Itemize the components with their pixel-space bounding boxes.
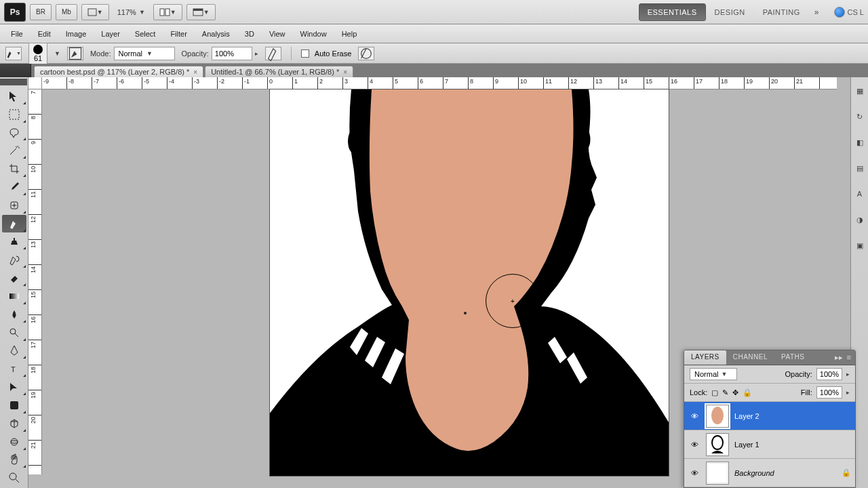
layer-thumbnail[interactable]	[706, 462, 729, 485]
tab-well-handle[interactable]	[0, 64, 31, 77]
layer-row[interactable]: 👁 Layer 1	[684, 430, 855, 459]
chevron-right-icon[interactable]: ▸	[846, 371, 850, 378]
layer-thumbnail[interactable]	[706, 405, 729, 428]
masks-icon[interactable]: ▣	[853, 239, 867, 252]
workspace-tab-essentials[interactable]: ESSENTIALS	[639, 3, 706, 21]
eyedropper-tool[interactable]	[2, 178, 26, 196]
close-icon[interactable]: ×	[193, 68, 197, 76]
blend-mode-select[interactable]: Normal▼	[114, 47, 175, 60]
document-tab[interactable]: cartoon best.psd @ 117% (Layer 2, RGB/8)…	[34, 66, 203, 77]
minibridge-icon[interactable]: ▦	[853, 84, 867, 98]
close-icon[interactable]: ×	[343, 68, 347, 76]
color-icon[interactable]: ◧	[853, 136, 867, 149]
cslive-icon	[834, 7, 845, 18]
move-tool[interactable]	[2, 87, 26, 105]
menu-window[interactable]: Window	[294, 26, 334, 41]
chevron-down-icon[interactable]: ▸	[255, 50, 258, 57]
visibility-eye-icon[interactable]: 👁	[688, 410, 701, 422]
tab-channels[interactable]: CHANNEL	[726, 350, 774, 365]
brush-panel-toggle[interactable]	[67, 47, 83, 60]
menu-image[interactable]: Image	[59, 26, 94, 41]
tab-paths[interactable]: PATHS	[774, 350, 811, 365]
zoom-level[interactable]: 117%▼	[113, 4, 149, 20]
workspace-more-icon[interactable]: »	[809, 3, 825, 21]
cs-live-button[interactable]: CS L	[834, 7, 864, 18]
hand-tool[interactable]	[2, 451, 26, 469]
layer-blend-select[interactable]: Normal▼	[690, 368, 737, 380]
crop-tool[interactable]	[2, 160, 26, 178]
healing-brush-tool[interactable]	[2, 197, 26, 214]
eraser-tool[interactable]	[2, 269, 26, 287]
current-tool-icon[interactable]: ▼	[5, 47, 22, 60]
layer-name[interactable]: Background	[734, 469, 774, 477]
zoom-tool[interactable]	[2, 469, 26, 487]
history-brush-tool[interactable]	[2, 251, 26, 268]
toolbox-grip[interactable]	[0, 79, 27, 85]
dodge-tool[interactable]	[2, 324, 26, 342]
adjustments-icon[interactable]: ◑	[853, 213, 867, 226]
collapse-icon[interactable]: ▸▸	[835, 353, 843, 362]
tablet-size-toggle[interactable]	[358, 47, 374, 60]
layer-opacity-value: 100%	[820, 370, 839, 378]
chevron-right-icon[interactable]: ▸	[846, 389, 850, 396]
clone-stamp-tool[interactable]	[2, 233, 26, 251]
layer-opacity-input[interactable]: 100%	[816, 368, 842, 380]
menu-3d[interactable]: 3D	[238, 26, 261, 41]
blur-tool[interactable]	[2, 306, 26, 323]
visibility-eye-icon[interactable]: 👁	[688, 467, 701, 479]
visibility-eye-icon[interactable]: 👁	[688, 439, 701, 451]
swatches-icon[interactable]: ▤	[853, 161, 867, 175]
type-tool[interactable]: T	[2, 360, 26, 378]
magic-wand-tool[interactable]	[2, 142, 26, 159]
layer-row[interactable]: 👁 Layer 2	[684, 402, 855, 430]
menu-edit[interactable]: Edit	[31, 26, 58, 41]
minibridge-button[interactable]: Mb	[56, 4, 77, 20]
chevron-down-icon[interactable]: ▼	[54, 50, 60, 57]
layer-name[interactable]: Layer 2	[734, 412, 760, 420]
menu-file[interactable]: File	[4, 26, 30, 41]
lock-move-icon[interactable]: ✥	[732, 388, 738, 397]
menu-view[interactable]: View	[262, 26, 292, 41]
ruler-origin[interactable]	[28, 77, 42, 89]
shape-tool[interactable]	[2, 396, 26, 414]
lasso-tool[interactable]	[2, 124, 26, 142]
layer-name[interactable]: Layer 1	[734, 441, 760, 449]
bridge-button[interactable]: BR	[30, 4, 52, 20]
brush-preset-picker[interactable]: 61	[28, 43, 47, 64]
gradient-tool[interactable]	[2, 287, 26, 305]
menu-select[interactable]: Select	[128, 26, 163, 41]
document-tab[interactable]: Untitled-1 @ 66.7% (Layer 1, RGB/8) * ×	[205, 66, 353, 77]
menu-help[interactable]: Help	[335, 26, 364, 41]
styles-icon[interactable]: A	[853, 187, 867, 201]
auto-erase-checkbox[interactable]: Auto Erase	[301, 49, 351, 58]
ruler-vertical[interactable]: 789101112131415161718192021	[28, 89, 42, 474]
opacity-input[interactable]: 100%	[212, 47, 252, 60]
lock-paint-icon[interactable]: ✎	[722, 388, 728, 397]
ruler-horizontal[interactable]: -9-8-7-6-5-4-3-2-10123456789101112131415…	[42, 77, 837, 89]
tab-layers[interactable]: LAYERS	[684, 350, 726, 365]
pen-tool[interactable]	[2, 342, 26, 360]
3d-camera-tool[interactable]	[2, 433, 26, 451]
screen-mode-button[interactable]: ▼	[186, 4, 216, 20]
svg-point-15	[9, 473, 16, 480]
layer-fill-input[interactable]: 100%	[816, 386, 842, 399]
arrange-docs-button[interactable]: ▼	[153, 4, 182, 20]
brush-tool[interactable]	[2, 215, 26, 232]
menu-layer[interactable]: Layer	[94, 26, 127, 41]
workspace-tab-design[interactable]: DESIGN	[706, 3, 754, 21]
history-icon[interactable]: ↻	[853, 110, 867, 123]
lock-transparent-icon[interactable]: ▢	[711, 388, 718, 397]
path-select-tool[interactable]	[2, 378, 26, 396]
view-extras-button[interactable]: ▼	[81, 4, 109, 20]
tablet-opacity-toggle[interactable]	[265, 47, 281, 60]
menu-filter[interactable]: Filter	[163, 26, 193, 41]
marquee-tool[interactable]	[2, 106, 26, 123]
menu-analysis[interactable]: Analysis	[195, 26, 237, 41]
3d-object-tool[interactable]	[2, 415, 26, 432]
lock-all-icon[interactable]: 🔒	[743, 388, 752, 397]
document-canvas[interactable]	[270, 89, 669, 476]
workspace-tab-painting[interactable]: PAINTING	[754, 3, 809, 21]
layer-row[interactable]: 👁 Background 🔒	[684, 459, 855, 487]
layer-thumbnail[interactable]	[706, 433, 729, 456]
panel-menu-icon[interactable]: ≡	[847, 353, 851, 362]
